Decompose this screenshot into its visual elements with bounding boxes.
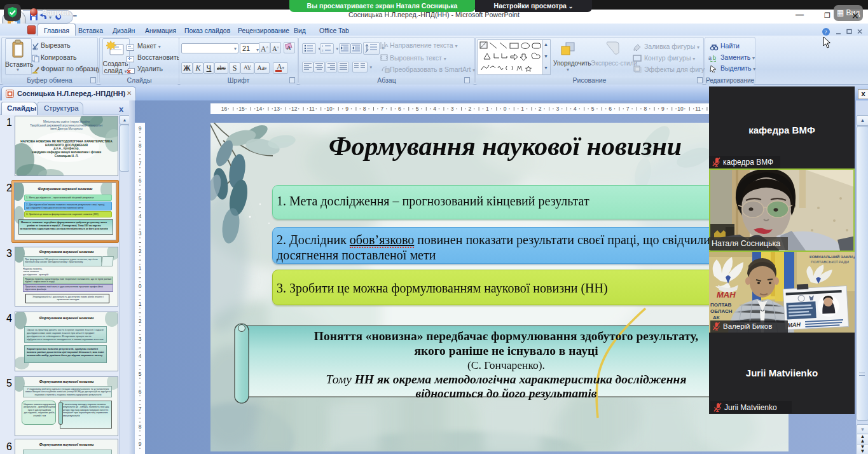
svg-text:5: 5: [591, 106, 595, 112]
svg-text:2: 2: [539, 106, 542, 112]
svg-text:3: 3: [139, 230, 142, 237]
svg-text:8: 8: [644, 106, 647, 112]
svg-text:1: 1: [139, 301, 142, 307]
svg-text:1: 1: [521, 106, 524, 112]
svg-text:A: A: [287, 45, 291, 51]
svg-text:2: 2: [139, 318, 142, 324]
svg-text:8: 8: [363, 106, 366, 112]
svg-text:7: 7: [139, 160, 142, 167]
svg-text:3: 3: [556, 106, 559, 112]
svg-text:b: b: [713, 55, 716, 61]
svg-text:?: ?: [824, 29, 827, 36]
svg-text:6: 6: [398, 106, 401, 112]
svg-text:13: 13: [273, 106, 280, 112]
svg-text:0: 0: [504, 106, 507, 112]
svg-text:3: 3: [451, 106, 454, 112]
svg-text:2: 2: [468, 106, 471, 112]
svg-text:A: A: [385, 43, 389, 48]
svg-text:2: 2: [322, 49, 323, 52]
svg-text:4: 4: [574, 106, 577, 112]
svg-text:11: 11: [309, 106, 315, 112]
svg-text:1: 1: [322, 45, 323, 48]
svg-text:6: 6: [139, 177, 142, 184]
svg-text:11: 11: [695, 106, 701, 112]
svg-text:a: a: [708, 55, 712, 61]
svg-text:15: 15: [238, 106, 245, 112]
svg-text:8: 8: [139, 423, 142, 430]
svg-text:КОМУНАЛЬНИЙ ЗАКЛАД: КОМУНАЛЬНИЙ ЗАКЛАД: [809, 254, 855, 259]
svg-text:1: 1: [486, 106, 489, 112]
svg-text:4: 4: [139, 353, 142, 359]
svg-text:10: 10: [677, 106, 684, 112]
svg-text:7: 7: [626, 106, 630, 112]
svg-text:3: 3: [139, 336, 142, 342]
svg-text:8: 8: [139, 142, 142, 149]
svg-text:2: 2: [139, 248, 142, 254]
svg-text:4: 4: [433, 106, 436, 112]
svg-text:1: 1: [139, 265, 142, 272]
svg-text:10: 10: [326, 106, 333, 112]
svg-text:5: 5: [139, 195, 142, 202]
svg-text:16: 16: [221, 106, 228, 112]
svg-text:МАН: МАН: [717, 290, 736, 299]
svg-text:ОБЛАСН: ОБЛАСН: [710, 308, 733, 314]
svg-text:ПОЛТАВСЬКОЇ РАДИ: ПОЛТАВСЬКОЇ РАДИ: [811, 260, 849, 264]
svg-text:9: 9: [139, 441, 142, 447]
svg-text:7: 7: [380, 106, 383, 112]
svg-text:АК: АК: [713, 315, 720, 320]
svg-text:4: 4: [139, 213, 142, 219]
svg-text:9: 9: [345, 106, 348, 112]
svg-text:14: 14: [256, 106, 263, 112]
svg-text:6: 6: [139, 389, 142, 395]
svg-text:ПОЛТАВ: ПОЛТАВ: [710, 302, 732, 308]
svg-text:12: 12: [291, 106, 298, 112]
svg-text:5: 5: [139, 371, 142, 377]
svg-text:9: 9: [661, 106, 665, 112]
svg-text:0: 0: [139, 283, 142, 289]
svg-text:5: 5: [416, 106, 419, 112]
svg-text:7: 7: [139, 406, 142, 412]
svg-text:6: 6: [609, 106, 612, 112]
svg-text:МАН: МАН: [787, 321, 801, 328]
svg-text:9: 9: [139, 125, 142, 132]
